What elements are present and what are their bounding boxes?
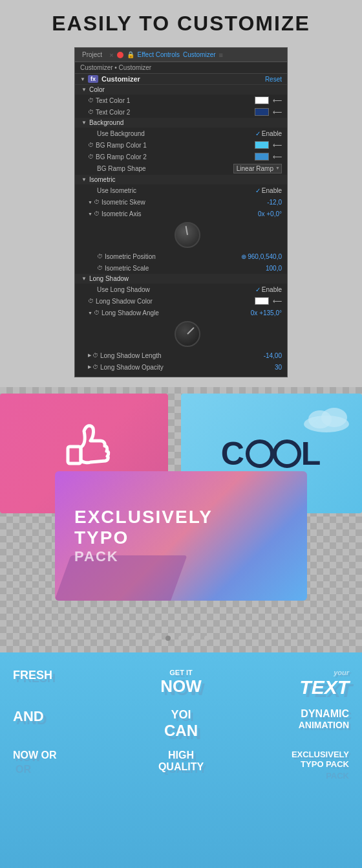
- clock-icon: ⏱: [88, 298, 94, 304]
- prop-use-bg: Use Background ✓ Enable: [75, 128, 287, 139]
- tab-customizer[interactable]: Customizer: [183, 51, 216, 58]
- tab-close-icon[interactable]: [117, 52, 123, 58]
- expand-icon[interactable]: ▼: [80, 76, 85, 82]
- title-section: EASILY TO CUSTOMIZE: [0, 0, 362, 42]
- iso-text-big: TEXT TEXT: [299, 676, 349, 698]
- clock-icon: ⏱: [92, 364, 98, 370]
- ls-angle-dial[interactable]: [175, 321, 200, 347]
- check-icon: ✓: [255, 130, 261, 137]
- prop-bg-ramp-color1: ⏱ BG Ramp Color 1 ⟵: [75, 139, 287, 151]
- clock-icon: ⏱: [94, 309, 100, 316]
- iso-axis-dial[interactable]: [175, 222, 200, 248]
- iso-high: HIGH HIGH: [168, 750, 194, 761]
- arrow-btn[interactable]: ⟵: [273, 153, 282, 161]
- panel-tabs: Project × 🔒 Effect Controls Customizer ≡: [75, 48, 287, 62]
- cool-word: C L: [221, 435, 323, 473]
- section-background: ▼ Background: [75, 118, 287, 128]
- preview-section: C L EXCLUSIVELY TYPO PACK: [0, 387, 362, 652]
- fx-row: ▼ fx Customizer Reset: [75, 74, 287, 85]
- purple-card: EXCLUSIVELY TYPO PACK: [55, 471, 307, 601]
- text-item-get-it-now: GET IT GET IT NOW NOW: [127, 669, 235, 698]
- svg-point-3: [321, 408, 347, 427]
- tab-lock-icon: 🔒: [127, 51, 134, 58]
- clock-icon: ⏱: [92, 352, 98, 359]
- text-item-dynamic: DYNAMIC DYNAMIC ANIMATION ANIMATION: [241, 708, 349, 740]
- dot-4[interactable]: [191, 636, 197, 641]
- clock-icon: ⏱: [88, 153, 94, 160]
- tab-project[interactable]: Project: [78, 50, 106, 60]
- prop-ls-color: ⏱ Long Shadow Color ⟵: [75, 295, 287, 307]
- section-long-shadow: ▼ Long Shadow: [75, 274, 287, 284]
- color-swatch-bg1[interactable]: [255, 141, 269, 149]
- iso-now-or: NOW OR NOW OR: [13, 750, 57, 761]
- reset-button[interactable]: Reset: [265, 76, 282, 83]
- exclusively-text: EXCLUSIVELY TYPO PACK: [74, 507, 213, 565]
- prop-iso-axis: ▼ ⏱ Isometric Axis 0x +0,0°: [75, 208, 287, 219]
- iso-text: your your: [334, 669, 349, 676]
- section-isometric: ▼ Isometric: [75, 175, 287, 184]
- iso-fresh: FRESH FRESH: [13, 669, 52, 682]
- fx-name: Customizer: [101, 75, 265, 83]
- text-item-text: your your TEXT TEXT: [241, 669, 349, 698]
- check-icon: ✓: [255, 286, 261, 293]
- color-swatch-ls[interactable]: [255, 297, 269, 305]
- dial-line-2: [187, 327, 194, 334]
- dial-container-2: [75, 318, 287, 350]
- prop-use-iso: Use Isometric ✓ Enable: [75, 184, 287, 196]
- prop-iso-skew: ▼ ⏱ Isometric Skew -12,0: [75, 196, 287, 208]
- dropdown-bg-shape[interactable]: Linear Ramp: [233, 164, 282, 173]
- cloud-icon: [301, 403, 352, 435]
- prop-text-color-1: ⏱ Text Color 1 ⟵: [75, 95, 287, 106]
- prop-iso-pos: ⏱ Isometric Position ⊕ 960,0,540,0: [75, 250, 287, 262]
- arrow-btn[interactable]: ⟵: [273, 109, 282, 116]
- iso-exclusively-pack: EXCLUSIVELY EXCLUSIVELY: [292, 750, 349, 759]
- iso-dynamic: DYNAMIC DYNAMIC: [301, 708, 349, 720]
- iso-and: AND AND: [13, 708, 44, 725]
- text-item-fresh: FRESH FRESH: [13, 669, 121, 698]
- check-icon: ✓: [255, 187, 261, 194]
- dial-line: [186, 226, 188, 235]
- clock-icon: ⏱: [94, 210, 100, 217]
- iso-animation: ANIMATION ANIMATION: [299, 720, 349, 730]
- panel-wrapper: Project × 🔒 Effect Controls Customizer ≡…: [0, 42, 362, 387]
- prop-use-ls: Use Long Shadow ✓ Enable: [75, 284, 287, 295]
- dial-container: [75, 219, 287, 250]
- dot-5[interactable]: [204, 636, 209, 641]
- prop-iso-scale: ⏱ Isometric Scale 100,0: [75, 262, 287, 274]
- arrow-btn[interactable]: ⟵: [273, 97, 282, 104]
- cool-o-icon: [246, 440, 274, 468]
- clock-icon: ⏱: [88, 97, 94, 104]
- text-item-excl-typo: EXCLUSIVELY EXCLUSIVELY TYPO PACK TYPO P…: [241, 750, 349, 773]
- text-item-and: AND AND: [13, 708, 121, 740]
- dot-1[interactable]: [153, 636, 158, 641]
- svg-rect-0: [68, 447, 81, 463]
- arrow-btn[interactable]: ⟵: [273, 298, 282, 305]
- iso-get-it: GET IT GET IT: [169, 669, 192, 676]
- prop-ls-angle: ▼ ⏱ Long Shadow Angle 0x +135,0°: [75, 307, 287, 318]
- color-swatch-text2[interactable]: [255, 108, 269, 116]
- prop-ls-length: ▶ ⏱ Long Shadow Length -14,00: [75, 350, 287, 361]
- clock-icon: ⏱: [88, 142, 94, 148]
- color-swatch-text1[interactable]: [255, 96, 269, 104]
- arrow-btn[interactable]: ⟵: [273, 142, 282, 149]
- panel-breadcrumb: Customizer • Customizer: [75, 62, 287, 74]
- prop-bg-ramp-shape: BG Ramp Shape Linear Ramp: [75, 162, 287, 175]
- text-item-high-quality: HIGH HIGH QUALITY QUALITY: [127, 750, 235, 773]
- tab-effect-controls[interactable]: Effect Controls: [138, 51, 180, 58]
- clock-icon: ⏱: [88, 109, 94, 115]
- iso-yoi: YOI YOI: [171, 708, 191, 722]
- dot-2[interactable]: [165, 636, 171, 641]
- fx-badge: fx: [88, 75, 98, 83]
- clock-icon: ⏱: [97, 253, 103, 260]
- cool-o2-icon: [273, 440, 301, 468]
- iso-typo-pack: TYPO PACK TYPO PACK: [301, 759, 349, 769]
- section-color: ▼ Color: [75, 85, 287, 95]
- clock-icon: ⏱: [97, 265, 103, 271]
- dot-3[interactable]: [178, 636, 184, 641]
- iso-quality: QUALITY QUALITY: [158, 761, 204, 773]
- prop-text-color-2: ⏱ Text Color 2 ⟵: [75, 106, 287, 118]
- page-title: EASILY TO CUSTOMIZE: [0, 12, 362, 36]
- prop-ls-opacity: ▶ ⏱ Long Shadow Opacity 30: [75, 361, 287, 373]
- color-swatch-bg2[interactable]: [255, 153, 269, 161]
- clock-icon: ⏱: [94, 199, 100, 205]
